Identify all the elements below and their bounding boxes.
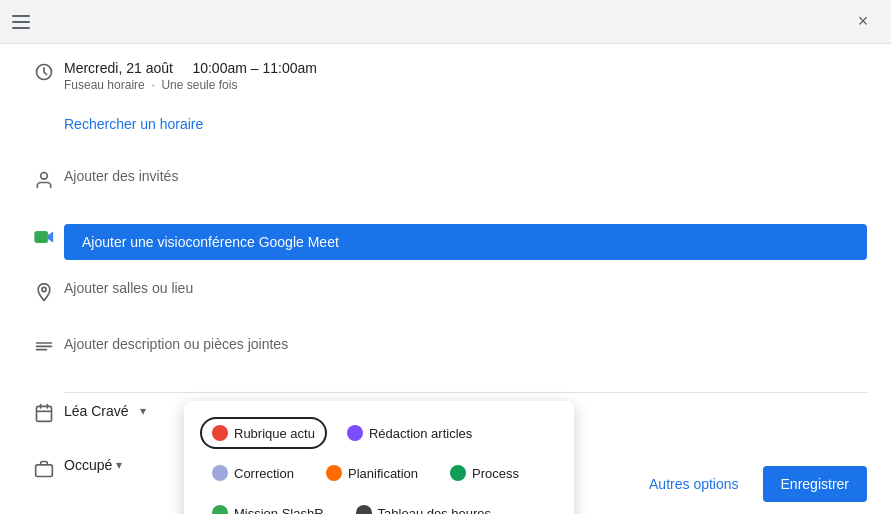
location-placeholder: Ajouter salles ou lieu [64, 280, 867, 296]
color-dot-mission-slashr [212, 505, 228, 514]
svg-point-4 [42, 287, 46, 291]
color-chip-mission-slashr[interactable]: Mission SlashR [200, 497, 336, 514]
clock-icon [24, 60, 64, 82]
color-chip-label-process: Process [472, 466, 519, 481]
status-label: Occupé [64, 457, 112, 473]
datetime-sub: Fuseau horaire · Une seule fois [64, 78, 867, 92]
guests-row[interactable]: Ajouter des invités [24, 168, 867, 208]
calendar-name: Léa Cravé [64, 403, 129, 419]
description-icon [24, 336, 64, 358]
color-dot-rubrique-actu [212, 425, 228, 441]
status-arrow[interactable]: ▾ [116, 458, 122, 472]
calendar-dropdown-arrow[interactable]: ▾ [133, 401, 153, 421]
description-placeholder: Ajouter description ou pièces jointes [64, 336, 867, 352]
color-chip-process[interactable]: Process [438, 457, 531, 489]
calendar-row: Léa Cravé ▾ Rubrique actuRédaction artic… [24, 401, 867, 441]
divider [64, 392, 867, 393]
svg-rect-12 [36, 465, 53, 477]
svg-point-1 [41, 173, 48, 180]
location-icon [24, 280, 64, 302]
calendar-icon [24, 401, 64, 423]
color-chip-label-mission-slashr: Mission SlashR [234, 506, 324, 515]
color-dot-planification [326, 465, 342, 481]
color-chip-redaction-articles[interactable]: Rédaction articles [335, 417, 484, 449]
person-icon [24, 168, 64, 190]
color-chip-tableau-heures[interactable]: Tableau des heures [344, 497, 503, 514]
footer: Autres options Enregistrer [613, 454, 891, 514]
top-bar: × [0, 0, 891, 44]
color-dot-correction [212, 465, 228, 481]
other-options-button[interactable]: Autres options [637, 468, 751, 500]
color-chip-label-tableau-heures: Tableau des heures [378, 506, 491, 515]
location-row[interactable]: Ajouter salles ou lieu [24, 280, 867, 320]
color-chip-planification[interactable]: Planification [314, 457, 430, 489]
svg-rect-2 [35, 232, 48, 243]
datetime-text: Mercredi, 21 août 10:00am – 11:00am [64, 60, 867, 76]
meet-row: Ajouter une visioconférence Google Meet [24, 224, 867, 264]
color-chip-label-redaction-articles: Rédaction articles [369, 426, 472, 441]
briefcase-icon [24, 457, 64, 479]
datetime-content: Mercredi, 21 août 10:00am – 11:00am Fuse… [64, 60, 867, 92]
guests-placeholder: Ajouter des invités [64, 168, 867, 184]
description-row[interactable]: Ajouter description ou pièces jointes [24, 336, 867, 376]
close-button[interactable]: × [847, 6, 879, 38]
save-button[interactable]: Enregistrer [763, 466, 867, 502]
schedule-link[interactable]: Rechercher un horaire [64, 116, 203, 132]
color-chip-correction[interactable]: Correction [200, 457, 306, 489]
color-chip-label-correction: Correction [234, 466, 294, 481]
color-chip-label-rubrique-actu: Rubrique actu [234, 426, 315, 441]
meet-button[interactable]: Ajouter une visioconférence Google Meet [64, 224, 867, 260]
color-chip-label-planification: Planification [348, 466, 418, 481]
main-content: Mercredi, 21 août 10:00am – 11:00am Fuse… [0, 44, 891, 514]
color-dot-redaction-articles [347, 425, 363, 441]
meet-icon [24, 224, 64, 248]
color-grid: Rubrique actuRédaction articlesCorrectio… [200, 417, 558, 514]
menu-icon[interactable] [12, 10, 36, 34]
datetime-row: Mercredi, 21 août 10:00am – 11:00am Fuse… [24, 60, 867, 100]
color-dot-tableau-heures [356, 505, 372, 514]
schedule-row: Rechercher un horaire [64, 116, 867, 156]
color-chip-rubrique-actu[interactable]: Rubrique actu [200, 417, 327, 449]
color-popup: Rubrique actuRédaction articlesCorrectio… [184, 401, 574, 514]
svg-rect-8 [37, 406, 52, 421]
color-dot-process [450, 465, 466, 481]
